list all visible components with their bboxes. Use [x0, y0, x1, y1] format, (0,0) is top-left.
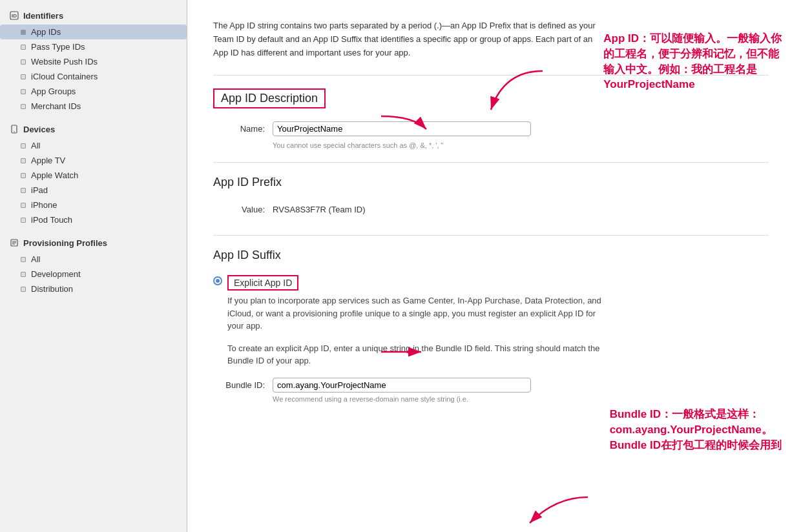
- sidebar-item-label: All: [31, 141, 40, 150]
- bullet-icon: [21, 218, 26, 223]
- bullet-icon: [21, 74, 26, 79]
- bundle-hint: We recommend using a reverse-domain name…: [273, 395, 769, 403]
- bundle-id-input[interactable]: [273, 378, 531, 393]
- explicit-label: Explicit App ID: [227, 275, 298, 291]
- sidebar-item-merchant-ids[interactable]: Merchant IDs: [0, 99, 187, 114]
- value-label: Value:: [213, 202, 265, 214]
- svg-point-3: [14, 131, 15, 132]
- sidebar-item-label: Apple TV: [31, 156, 65, 165]
- intro-text: The App ID string contains two parts sep…: [213, 19, 601, 59]
- sidebar-item-ipod-touch[interactable]: iPod Touch: [0, 212, 187, 227]
- sidebar-item-all-provisioning[interactable]: All: [0, 252, 187, 267]
- app-id-prefix-title: App ID Prefix: [213, 176, 769, 189]
- sidebar-item-label: Development: [31, 269, 81, 279]
- bullet-icon: [21, 173, 26, 178]
- prefix-value-row: Value: RVSA8S3F7R (Team ID): [213, 202, 769, 217]
- main-content: App ID：可以随便输入。一般输入你的工程名，便于分辨和记忆，但不能输入中文。…: [187, 0, 801, 532]
- app-id-description-title-wrapper: App ID Description: [213, 88, 769, 121]
- sidebar-section-identifiers: ID Identifiers: [0, 6, 187, 25]
- sidebar-item-iphone[interactable]: iPhone: [0, 198, 187, 212]
- sidebar-devices-label: Devices: [23, 125, 55, 134]
- sidebar-item-label: Website Push IDs: [31, 57, 98, 66]
- svg-text:ID: ID: [12, 13, 17, 19]
- sidebar-item-label: App Groups: [31, 87, 76, 96]
- bullet-icon: [21, 158, 26, 163]
- sidebar: ID Identifiers App IDs Pass Type IDs Web…: [0, 0, 187, 532]
- sidebar-item-label: iPad: [31, 185, 48, 195]
- name-field-row: Name:: [213, 121, 769, 136]
- explicit-content: Explicit App ID If you plan to incorpora…: [227, 275, 769, 367]
- bullet-icon: [21, 104, 26, 109]
- annotation-text-2: Bundle ID：一般格式是这样：com.ayang.YourProjectN…: [610, 408, 782, 451]
- bundle-id-row: Bundle ID:: [213, 378, 769, 393]
- sidebar-item-label: Apple Watch: [31, 170, 78, 180]
- bullet-icon: [21, 203, 26, 208]
- bullet-icon: [21, 30, 26, 35]
- sidebar-provisioning-label: Provisioning Profiles: [23, 238, 107, 248]
- sidebar-item-all-devices[interactable]: All: [0, 138, 187, 153]
- sidebar-item-ipad[interactable]: iPad: [0, 183, 187, 198]
- bullet-icon: [21, 257, 26, 262]
- sidebar-item-website-push-ids[interactable]: Website Push IDs: [0, 54, 187, 69]
- identifiers-icon: ID: [9, 10, 19, 21]
- sidebar-identifiers-label: Identifiers: [23, 11, 63, 21]
- name-hint: You cannot use special characters such a…: [273, 141, 769, 149]
- bundle-label: Bundle ID:: [213, 378, 265, 390]
- app-id-description-title: App ID Description: [213, 88, 326, 108]
- sidebar-item-app-groups[interactable]: App Groups: [0, 84, 187, 99]
- sidebar-item-label: iPhone: [31, 200, 57, 210]
- sidebar-item-label: Distribution: [31, 284, 73, 294]
- sidebar-item-label: iPod Touch: [31, 215, 72, 225]
- bullet-icon: [21, 45, 26, 50]
- explicit-app-id-row: Explicit App ID If you plan to incorpora…: [213, 275, 769, 367]
- sidebar-item-label: Merchant IDs: [31, 101, 81, 111]
- sidebar-item-apple-watch[interactable]: Apple Watch: [0, 168, 187, 183]
- explicit-description2: To create an explicit App ID, enter a un…: [227, 342, 602, 367]
- name-input[interactable]: [273, 121, 531, 136]
- arrow-bundle: [523, 491, 601, 529]
- bullet-icon: [21, 287, 26, 292]
- prefix-value-text: RVSA8S3F7R (Team ID): [273, 202, 366, 217]
- sidebar-item-app-ids[interactable]: App IDs: [0, 25, 187, 39]
- app-id-prefix-section: App ID Prefix Value: RVSA8S3F7R (Team ID…: [213, 162, 769, 235]
- sidebar-item-distribution[interactable]: Distribution: [0, 281, 187, 296]
- explicit-radio[interactable]: [213, 276, 222, 285]
- app-id-description-section: App ID Description Name: You cannot use …: [213, 75, 769, 162]
- explicit-description: If you plan to incorporate app services …: [227, 294, 602, 332]
- sidebar-item-label: iCloud Containers: [31, 72, 98, 81]
- sidebar-item-label: All: [31, 254, 40, 264]
- sidebar-item-icloud-containers[interactable]: iCloud Containers: [0, 69, 187, 84]
- sidebar-item-label: App IDs: [31, 27, 61, 37]
- sidebar-item-label: Pass Type IDs: [31, 42, 85, 52]
- bullet-icon: [21, 272, 26, 277]
- sidebar-section-provisioning: Provisioning Profiles: [0, 234, 187, 252]
- bullet-icon: [21, 188, 26, 193]
- devices-icon: [9, 124, 19, 134]
- bullet-icon: [21, 89, 26, 94]
- bullet-icon: [21, 143, 26, 148]
- app-id-suffix-section: App ID Suffix Explicit App ID If you pla…: [213, 235, 769, 416]
- name-label: Name:: [213, 121, 265, 134]
- sidebar-item-pass-type-ids[interactable]: Pass Type IDs: [0, 39, 187, 54]
- sidebar-section-devices: Devices: [0, 120, 187, 138]
- sidebar-item-apple-tv[interactable]: Apple TV: [0, 153, 187, 168]
- annotation-bundle-id: Bundle ID：一般格式是这样：com.ayang.YourProjectN…: [610, 407, 782, 453]
- provisioning-icon: [9, 238, 19, 248]
- sidebar-item-development[interactable]: Development: [0, 267, 187, 281]
- app-id-suffix-title: App ID Suffix: [213, 249, 769, 262]
- bullet-icon: [21, 59, 26, 65]
